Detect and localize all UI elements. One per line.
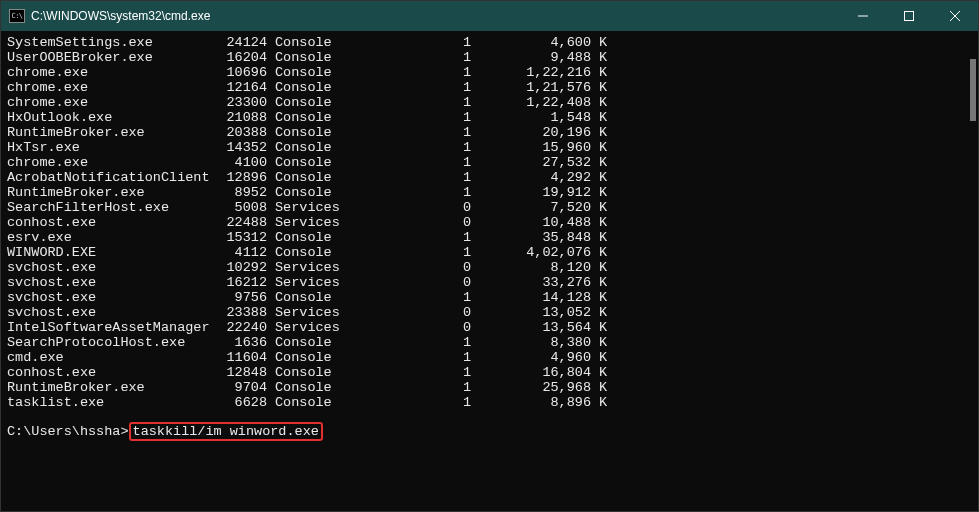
process-memory: 19,912: [471, 185, 591, 200]
process-memory: 8,120: [471, 260, 591, 275]
process-name: conhost.exe: [7, 215, 207, 230]
process-sessnum: 1: [451, 65, 471, 80]
table-row: svchost.exe23388 Services013,052K: [7, 305, 972, 320]
process-session: Console: [275, 230, 451, 245]
process-session: Console: [275, 80, 451, 95]
process-mem-unit: K: [591, 35, 607, 50]
process-sessnum: 0: [451, 305, 471, 320]
window-title: C:\WINDOWS\system32\cmd.exe: [31, 9, 210, 23]
process-pid: 24124: [207, 35, 267, 50]
scrollbar-thumb[interactable]: [970, 59, 976, 121]
process-memory: 1,22,216: [471, 65, 591, 80]
process-mem-unit: K: [591, 305, 607, 320]
process-sessnum: 1: [451, 290, 471, 305]
process-sessnum: 1: [451, 95, 471, 110]
process-mem-unit: K: [591, 260, 607, 275]
process-list: SystemSettings.exe24124 Console14,600KUs…: [7, 35, 972, 410]
process-memory: 8,380: [471, 335, 591, 350]
process-mem-unit: K: [591, 395, 607, 410]
process-mem-unit: K: [591, 380, 607, 395]
process-pid: 4100: [207, 155, 267, 170]
minimize-button[interactable]: [840, 1, 886, 31]
process-memory: 9,488: [471, 50, 591, 65]
close-icon: [950, 11, 960, 21]
process-mem-unit: K: [591, 200, 607, 215]
typed-command[interactable]: taskkill/im winword.exe: [133, 424, 319, 439]
process-pid: 12896: [207, 170, 267, 185]
terminal-body[interactable]: SystemSettings.exe24124 Console14,600KUs…: [1, 31, 978, 511]
maximize-button[interactable]: [886, 1, 932, 31]
process-mem-unit: K: [591, 50, 607, 65]
process-session: Console: [275, 290, 451, 305]
process-session: Console: [275, 185, 451, 200]
process-session: Services: [275, 320, 451, 335]
process-sessnum: 0: [451, 215, 471, 230]
table-row: svchost.exe16212 Services033,276K: [7, 275, 972, 290]
process-sessnum: 1: [451, 155, 471, 170]
process-mem-unit: K: [591, 80, 607, 95]
table-row: IntelSoftwareAssetManager22240 Services0…: [7, 320, 972, 335]
process-name: UserOOBEBroker.exe: [7, 50, 207, 65]
process-pid: 10292: [207, 260, 267, 275]
process-mem-unit: K: [591, 350, 607, 365]
table-row: WINWORD.EXE4112 Console14,02,076K: [7, 245, 972, 260]
process-session: Console: [275, 35, 451, 50]
process-name: SearchProtocolHost.exe: [7, 335, 207, 350]
process-session: Console: [275, 350, 451, 365]
command-highlight: taskkill/im winword.exe: [129, 422, 323, 441]
process-session: Console: [275, 365, 451, 380]
process-name: svchost.exe: [7, 290, 207, 305]
process-memory: 4,600: [471, 35, 591, 50]
process-name: chrome.exe: [7, 95, 207, 110]
process-session: Console: [275, 170, 451, 185]
process-name: HxOutlook.exe: [7, 110, 207, 125]
svg-rect-1: [905, 12, 914, 21]
process-pid: 15312: [207, 230, 267, 245]
prompt-line[interactable]: C:\Users\hssha>taskkill/im winword.exe: [7, 424, 972, 440]
prompt-path: C:\Users\hssha>: [7, 424, 129, 439]
titlebar[interactable]: C:\ C:\WINDOWS\system32\cmd.exe: [1, 1, 978, 31]
process-memory: 35,848: [471, 230, 591, 245]
process-pid: 20388: [207, 125, 267, 140]
close-button[interactable]: [932, 1, 978, 31]
process-sessnum: 1: [451, 380, 471, 395]
process-sessnum: 1: [451, 170, 471, 185]
process-name: AcrobatNotificationClient: [7, 170, 207, 185]
table-row: svchost.exe9756 Console114,128K: [7, 290, 972, 305]
process-mem-unit: K: [591, 170, 607, 185]
process-mem-unit: K: [591, 95, 607, 110]
process-session: Console: [275, 335, 451, 350]
process-pid: 12848: [207, 365, 267, 380]
process-name: HxTsr.exe: [7, 140, 207, 155]
process-name: RuntimeBroker.exe: [7, 125, 207, 140]
process-memory: 8,896: [471, 395, 591, 410]
process-memory: 13,564: [471, 320, 591, 335]
table-row: RuntimeBroker.exe8952 Console119,912K: [7, 185, 972, 200]
process-session: Services: [275, 200, 451, 215]
process-pid: 14352: [207, 140, 267, 155]
window-controls: [840, 1, 978, 31]
maximize-icon: [904, 11, 914, 21]
process-session: Console: [275, 65, 451, 80]
process-session: Console: [275, 95, 451, 110]
table-row: chrome.exe4100 Console127,532K: [7, 155, 972, 170]
process-memory: 4,02,076: [471, 245, 591, 260]
process-memory: 1,22,408: [471, 95, 591, 110]
process-name: RuntimeBroker.exe: [7, 380, 207, 395]
table-row: RuntimeBroker.exe20388 Console120,196K: [7, 125, 972, 140]
process-mem-unit: K: [591, 185, 607, 200]
process-name: chrome.exe: [7, 65, 207, 80]
process-session: Services: [275, 260, 451, 275]
process-name: chrome.exe: [7, 155, 207, 170]
table-row: svchost.exe10292 Services08,120K: [7, 260, 972, 275]
process-sessnum: 1: [451, 335, 471, 350]
table-row: HxTsr.exe14352 Console115,960K: [7, 140, 972, 155]
process-pid: 9756: [207, 290, 267, 305]
table-row: chrome.exe12164 Console11,21,576K: [7, 80, 972, 95]
process-pid: 5008: [207, 200, 267, 215]
process-name: chrome.exe: [7, 80, 207, 95]
process-pid: 10696: [207, 65, 267, 80]
table-row: chrome.exe10696 Console11,22,216K: [7, 65, 972, 80]
process-memory: 27,532: [471, 155, 591, 170]
process-session: Services: [275, 275, 451, 290]
